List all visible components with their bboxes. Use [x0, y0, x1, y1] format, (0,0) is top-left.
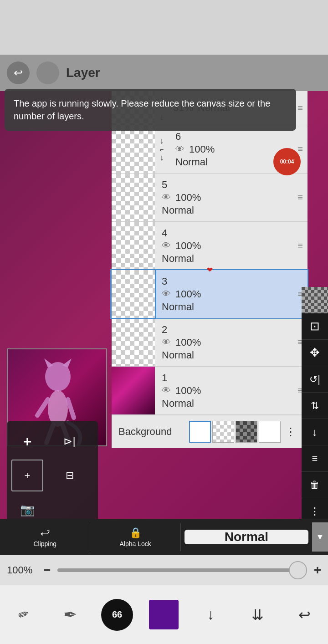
svg-line-4 — [37, 399, 48, 415]
rotate-tool-button[interactable]: ↺| — [302, 366, 328, 393]
layer-handle-4[interactable]: ≡ — [293, 237, 308, 255]
layer-number-4: 4 — [162, 227, 291, 239]
opacity-value-label: 100% — [7, 564, 36, 576]
opacity-slider-bar: 100% − + — [0, 555, 328, 585]
chevron-down-icon: ▼ — [316, 532, 324, 542]
opacity-slider-thumb[interactable] — [289, 561, 307, 579]
background-more-button[interactable]: ⋮ — [281, 423, 301, 440]
brush-size-label: 66 — [112, 609, 122, 620]
layer-blend-3: Normal — [162, 301, 291, 313]
right-tools-panel: ⊡ ✥ ↺| ⇅ ↓ ≡ 🗑 ⋮ — [302, 287, 328, 525]
layer-visibility-4[interactable]: 👁 — [162, 240, 171, 251]
brush-icon: ✒ — [63, 605, 77, 624]
layer-number-6: 6 — [175, 131, 291, 143]
flip-tool-button[interactable]: ⇅ — [302, 393, 328, 419]
opacity-slider-track[interactable] — [57, 568, 307, 572]
warning-text: The app is running slowly. Please reduce… — [14, 98, 270, 121]
layer-opacity-6: 100% — [189, 143, 215, 155]
top-bezel — [0, 0, 328, 55]
flatten-layer-button[interactable]: ⊟ — [54, 460, 86, 491]
back-button[interactable]: ↩ — [7, 61, 30, 84]
layer-thumbnail-3 — [112, 270, 155, 318]
layer-number-2: 2 — [162, 324, 291, 336]
layer-thumbnail-2 — [112, 318, 155, 366]
clipping-button[interactable]: ⮐ Clipping — [0, 523, 90, 551]
layer-thumbnail-1 — [112, 367, 155, 414]
layer-meta-4: 4 👁 100% Normal — [155, 222, 293, 270]
layer-number-1: 1 — [162, 372, 291, 384]
background-swatches — [189, 421, 281, 443]
double-arrow-down-nav[interactable]: ⇊ — [240, 597, 276, 633]
alpha-lock-icon: 🔒 — [129, 527, 142, 539]
bg-swatch-checker-light[interactable] — [212, 421, 234, 443]
brush-size-nav[interactable]: 66 — [99, 597, 135, 633]
clipping-icon: ⮐ — [40, 527, 50, 539]
bg-swatch-white-plain[interactable] — [259, 421, 281, 443]
bg-swatch-checker-dark[interactable] — [236, 421, 257, 443]
opacity-increase-button[interactable]: + — [314, 563, 321, 578]
layer-row-4[interactable]: 4 👁 100% Normal ≡ — [112, 222, 308, 270]
transform-tool-button[interactable]: ⊡ — [302, 313, 328, 340]
arrow-down-icon: ↓ — [207, 606, 215, 623]
eraser-tool-nav[interactable]: ✏ — [5, 597, 41, 633]
bottom-left-tools: + ⊳| + ⊟ 📷 — [7, 421, 98, 530]
merge-layer-button[interactable]: ⊳| — [54, 425, 86, 457]
layers-tool-button[interactable]: ≡ — [302, 445, 328, 472]
opacity-decrease-button[interactable]: − — [43, 563, 51, 578]
color-swatch[interactable] — [149, 600, 179, 629]
alpha-lock-label: Alpha Lock — [119, 540, 151, 547]
back-nav[interactable]: ↩ — [286, 597, 323, 633]
layer-row-5[interactable]: 5 👁 100% Normal ≡ — [112, 174, 308, 222]
layer-opacity-3: 100% — [175, 288, 201, 300]
merge-arrows-6: ↓ ⌐ ↓ — [155, 125, 169, 173]
brush-tool-nav[interactable]: ✒ — [52, 597, 88, 633]
duplicate-layer-button[interactable]: + — [11, 460, 43, 491]
recording-time: 00:04 — [280, 158, 294, 165]
layer-row-3[interactable]: 3 👁 100% Normal ≡ — [112, 270, 308, 318]
add-layer-button[interactable]: + — [11, 425, 43, 457]
arrow-down-nav[interactable]: ↓ — [193, 597, 229, 633]
layer-visibility-3[interactable]: 👁 — [162, 289, 171, 299]
back-arrow-icon: ↩ — [298, 606, 311, 624]
layer-visibility-1[interactable]: 👁 — [162, 385, 171, 396]
bg-swatch-white-selected[interactable] — [189, 421, 211, 443]
color-swatch-nav[interactable] — [146, 597, 182, 633]
checker-pattern-tool[interactable] — [302, 287, 328, 313]
secondary-button[interactable] — [36, 61, 59, 84]
recording-badge: 00:04 — [273, 148, 301, 175]
clipping-label: Clipping — [33, 540, 56, 547]
layer-visibility-2[interactable]: 👁 — [162, 337, 171, 348]
background-label: Background — [118, 426, 189, 438]
blend-mode-dropdown[interactable]: Normal — [184, 530, 308, 544]
header-bar: ↩ Layer — [0, 55, 328, 91]
layer-thumbnail-6: ❤ — [112, 125, 155, 173]
layers-panel: ↓ ⌐ ↓ 31% Normal ≡ ❤ ↓ ⌐ ↓ 6 👁 100% Norm… — [112, 91, 308, 448]
warning-tooltip: The app is running slowly. Please reduce… — [5, 89, 296, 131]
layer-visibility-5[interactable]: 👁 — [162, 192, 171, 203]
layer-opacity-4: 100% — [175, 240, 201, 252]
layer-blend-5: Normal — [162, 204, 291, 216]
layer-opacity-5: 100% — [175, 192, 201, 204]
layer-handle-5[interactable]: ≡ — [293, 189, 308, 206]
bottom-nav: ✏ ✒ 66 ↓ ⇊ ↩ — [0, 585, 328, 644]
background-row: Background ⋮ — [112, 415, 308, 448]
layer-number-3: 3 — [162, 276, 291, 287]
layer-blend-4: Normal — [162, 253, 291, 265]
layer-visibility-6[interactable]: 👁 — [175, 144, 184, 154]
move-tool-button[interactable]: ✥ — [302, 340, 328, 366]
layer-meta-1: 1 👁 100% Normal — [155, 367, 293, 414]
layer-number-5: 5 — [162, 179, 291, 191]
layer-row-1[interactable]: 1 👁 100% Normal ≡ — [112, 367, 308, 415]
layer-thumbnail-4 — [112, 222, 155, 270]
blend-mode-arrow[interactable]: ▼ — [312, 522, 328, 552]
layer-opacity-1: 100% — [175, 385, 201, 397]
alpha-lock-button[interactable]: 🔒 Alpha Lock — [90, 523, 180, 551]
delete-tool-button[interactable]: 🗑 — [302, 472, 328, 498]
down-arrow-tool-button[interactable]: ↓ — [302, 419, 328, 445]
layer-blend-2: Normal — [162, 349, 291, 361]
layer-meta-5: 5 👁 100% Normal — [155, 174, 293, 221]
brush-size-circle[interactable]: 66 — [101, 599, 133, 631]
layer-meta-2: 2 👁 100% Normal — [155, 318, 293, 366]
layer-row-2[interactable]: 2 👁 100% Normal ≡ — [112, 318, 308, 367]
layer-meta-3: 3 👁 100% Normal — [155, 270, 293, 318]
